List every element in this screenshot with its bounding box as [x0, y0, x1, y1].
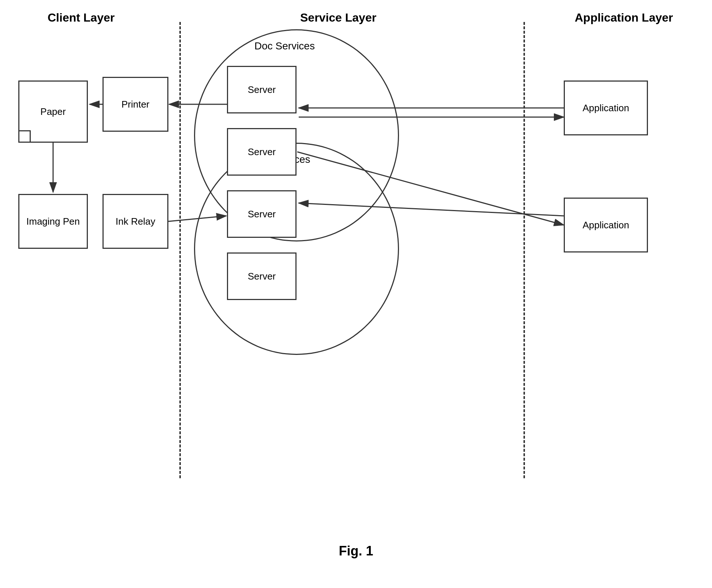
server2-box: Server — [227, 128, 297, 176]
diagram: Client Layer Service Layer Application L… — [0, 0, 712, 588]
server3-box: Server — [227, 190, 297, 238]
paper-box: Paper — [18, 80, 88, 143]
fig-label: Fig. 1 — [339, 543, 373, 559]
server1-box: Server — [227, 66, 297, 113]
application2-box: Application — [564, 198, 648, 252]
server4-box: Server — [227, 252, 297, 300]
client-layer-title: Client Layer — [48, 11, 115, 25]
ink-services-ellipse — [194, 143, 399, 355]
ink-relay-box: Ink Relay — [102, 194, 168, 249]
application-layer-title: Application Layer — [575, 11, 673, 25]
service-layer-title: Service Layer — [300, 11, 376, 25]
doc-services-label: Doc Services — [254, 40, 315, 52]
printer-box: Printer — [102, 77, 168, 132]
imaging-pen-box: Imaging Pen — [18, 194, 88, 249]
application1-box: Application — [564, 80, 648, 135]
dashed-line-2 — [523, 22, 525, 478]
dashed-line-1 — [179, 22, 181, 478]
